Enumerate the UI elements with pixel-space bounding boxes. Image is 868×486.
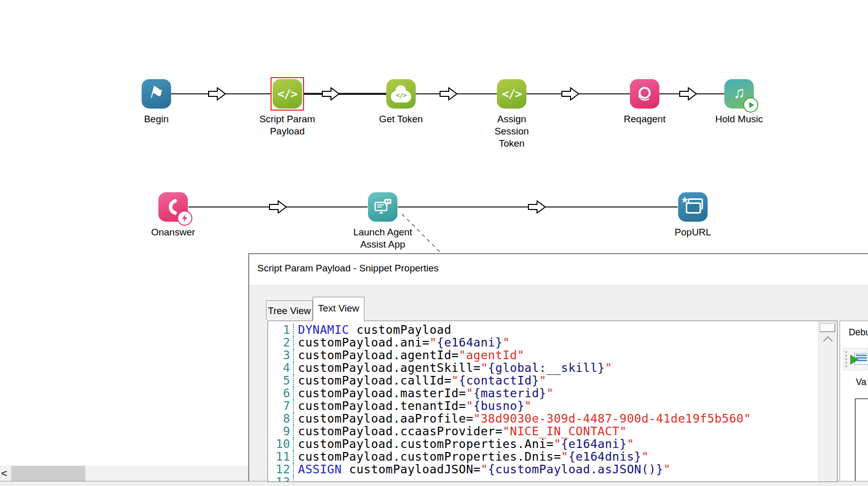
play-badge-icon (743, 97, 758, 113)
code-icon: </> (273, 79, 302, 109)
code-line: 11customPayload.customProperties.Dnis="{… (268, 450, 818, 463)
debug-toolbar (843, 348, 868, 370)
line-number: 10 (268, 438, 290, 450)
code-line: 5customPayload.callId="{contactId}" (268, 374, 818, 387)
line-number: 5 (268, 374, 290, 387)
node-begin[interactable]: ⚑Begin (118, 79, 194, 125)
node-assign-session-token[interactable]: </>Assign Session Token (474, 79, 550, 150)
toolbar-grip-handle[interactable] (845, 351, 847, 367)
line-number: 8 (268, 412, 290, 425)
node-label: Script Param Payload (249, 113, 325, 137)
code-line: 7customPayload.tenantId="{busno}" (268, 400, 818, 412)
flow-arrow-icon (208, 87, 226, 100)
line-number: 6 (268, 387, 290, 400)
chevron-up-icon[interactable] (823, 336, 833, 346)
node-onanswer[interactable]: Onanswer (135, 192, 211, 238)
flow-arrow-icon (528, 200, 546, 214)
node-get-token[interactable]: </>Get Token (363, 79, 439, 125)
lightning-badge-icon (177, 211, 192, 226)
flag-icon: ⚑ (142, 79, 171, 109)
code-icon: </> (497, 79, 526, 109)
node-label: Begin (118, 113, 194, 125)
editor-vertical-scrollbar[interactable] (818, 321, 837, 481)
headset-icon (630, 79, 659, 109)
code-line: 8customPayload.aaProfile="38d9030e-309d-… (268, 412, 818, 425)
flow-arrow-icon (440, 87, 458, 100)
node-hold-music[interactable]: ♫Hold Music (701, 79, 777, 125)
node-label: PopURL (655, 226, 731, 238)
scrollbar-thumb[interactable] (11, 466, 85, 481)
line-number: 7 (268, 400, 290, 412)
popurl-icon: ★ (678, 192, 708, 222)
code-line: 1DYNAMIC customPayload (268, 324, 818, 336)
node-label: Hold Music (701, 113, 777, 125)
dialog-title: Script Param Payload - Snippet Propertie… (257, 263, 439, 274)
flow-arrow-icon (561, 87, 580, 100)
line-number: 3 (268, 349, 290, 362)
node-reqagent[interactable]: Reqagent (607, 79, 683, 125)
line-number: 11 (268, 450, 290, 463)
line-number: 2 (268, 336, 290, 349)
code-line: 13 (268, 476, 818, 482)
code-line: 10customPayload.customProperties.Ani="{e… (268, 438, 818, 450)
node-launch-agent-assist-app[interactable]: Launch Agent Assist App (345, 192, 421, 251)
node-label: Get Token (363, 113, 439, 125)
flow-arrow-icon (269, 200, 287, 214)
tab-tree-view[interactable]: Tree View (266, 300, 313, 320)
code-line: 12ASSIGN customPayloadJSON="{customPaylo… (268, 463, 818, 476)
node-popurl[interactable]: ★PopURL (655, 192, 731, 238)
line-number: 12 (268, 463, 290, 476)
line-number: 1 (268, 324, 290, 336)
dialog-title-bar[interactable]: Script Param Payload - Snippet Propertie… (249, 254, 868, 285)
code-line: 6customPayload.masterId="{masterid}" (268, 387, 818, 400)
tab-text-view[interactable]: Text View (313, 297, 364, 321)
node-script-param-payload[interactable]: </>Script Param Payload (249, 79, 325, 137)
node-label: Onanswer (135, 226, 211, 238)
debug-run-icon[interactable] (850, 352, 867, 366)
debug-panel: Debu Va (840, 321, 868, 481)
variables-label: Va (856, 377, 866, 388)
agent-assist-icon (368, 192, 397, 222)
node-label: Launch Agent Assist App (345, 226, 421, 251)
line-number: 13 (268, 476, 290, 482)
canvas-horizontal-scrollbar[interactable]: < (0, 466, 248, 481)
code-lines: 1DYNAMIC customPayload2customPayload.ani… (268, 324, 818, 482)
node-label: Reqagent (607, 113, 683, 125)
code-line: 4customPayload.agentSkill="{global:__ski… (268, 362, 818, 374)
code-line: 2customPayload.ani="{e164ani}" (268, 336, 818, 349)
variables-list-box[interactable] (855, 398, 868, 481)
code-line: 3customPayload.agentId="agentId" (268, 349, 818, 362)
line-number: 4 (268, 362, 290, 374)
debug-panel-label: Debu (849, 327, 868, 338)
node-label: Assign Session Token (474, 113, 550, 150)
scrollbar-thumb[interactable] (820, 323, 836, 332)
snippet-code-editor[interactable]: 1DYNAMIC customPayload2customPayload.ani… (268, 321, 838, 482)
cloud-code-icon: </> (386, 79, 416, 109)
studio-window: ⚑Begin</>Script Param Payload</>Get Toke… (0, 0, 868, 486)
snippet-properties-dialog: Script Param Payload - Snippet Propertie… (248, 253, 868, 481)
line-number: 9 (268, 425, 290, 438)
play-triangle-icon (850, 355, 859, 365)
scroll-left-arrow-icon[interactable]: < (1, 467, 9, 479)
code-line: 9customPayload.ccaasProvider="NICE_IN_CO… (268, 425, 818, 438)
